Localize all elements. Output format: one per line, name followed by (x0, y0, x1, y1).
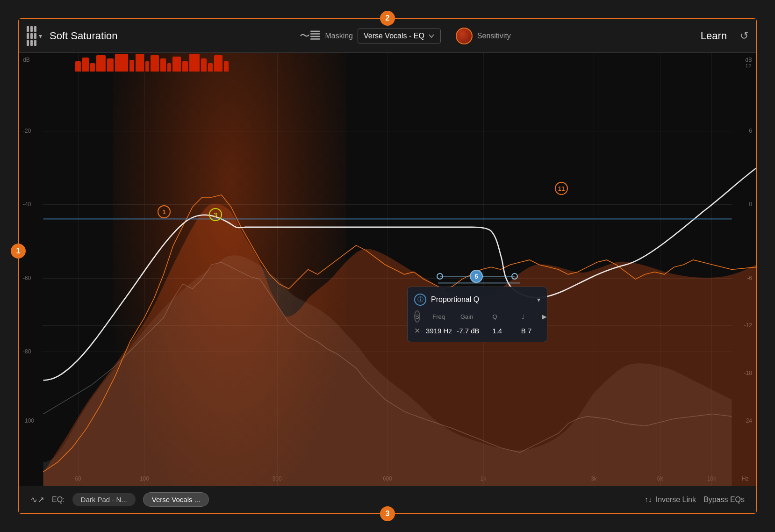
masking-waveform-icon: 〜𝌆 (300, 29, 320, 43)
band-1-label: 1 (162, 208, 165, 216)
eq-waveform-icon: ∿↗ (30, 495, 44, 505)
masking-source-dropdown[interactable]: Verse Vocals - EQ (358, 29, 441, 43)
popup-solo-icon[interactable]: S (414, 310, 420, 323)
popup-play-button[interactable]: ▶ (542, 313, 547, 320)
band-11-label: 11 (558, 185, 565, 192)
learn-button[interactable]: Learn (701, 30, 727, 42)
popup-freq-value[interactable]: 3919 Hz (425, 327, 453, 335)
band-5-label: 5 (474, 273, 478, 280)
chevron-down-icon (428, 33, 435, 39)
grid-menu-button[interactable]: ▾ (27, 26, 42, 46)
sensitivity-section: Sensitivity (456, 28, 511, 44)
band-node-3[interactable]: 3 (209, 208, 222, 221)
masking-section: 〜𝌆 Masking Verse Vocals - EQ (300, 29, 440, 43)
band-node-11[interactable]: 11 (555, 182, 568, 195)
badge-3: 3 (380, 506, 395, 521)
eq-label: EQ: (52, 496, 65, 504)
sensitivity-knob[interactable] (456, 28, 473, 44)
preset-title: Soft Saturation (50, 30, 118, 42)
popup-q-header: Q (481, 313, 509, 320)
masking-source-value: Verse Vocals - EQ (364, 32, 424, 40)
band-5-q-right-handle[interactable] (511, 273, 518, 280)
eq-area: dB dB 12 (19, 53, 756, 486)
eq-svg (19, 53, 756, 486)
inverse-link-label: Inverse Link (656, 496, 696, 504)
band-node-5[interactable]: 5 (470, 270, 483, 283)
popup-mode-label: Proportional Q (431, 295, 532, 304)
popup-mode-dropdown[interactable]: ▾ (537, 296, 540, 303)
masking-label: Masking (325, 32, 353, 40)
app-container: 1 2 3 ▾ Soft Saturation 〜𝌆 Masking Verse… (18, 18, 757, 514)
popup-q-value[interactable]: 1.4 (483, 327, 511, 335)
popup-freq-header: Freq (425, 313, 453, 320)
popup-note-value: B 7 (512, 327, 540, 335)
band-popup: ⓘ Proportional Q ▾ S Freq Gain Q ♩ ▶ ✕ 3… (407, 287, 547, 342)
badge-2: 2 (380, 11, 395, 26)
popup-gain-header: Gain (453, 313, 481, 320)
popup-note-header: ♩ (509, 313, 537, 320)
inverse-link-button[interactable]: ↑↓ Inverse Link (645, 496, 696, 504)
badge-1: 1 (11, 244, 26, 259)
popup-power-icon[interactable]: ⓘ (414, 294, 426, 306)
band-node-1[interactable]: 1 (158, 205, 171, 218)
band-3-label: 3 (214, 211, 217, 218)
inverse-link-icon: ↑↓ (645, 496, 652, 504)
sensitivity-label: Sensitivity (477, 32, 511, 40)
eq-preset-2-button[interactable]: Verse Vocals ... (143, 492, 209, 507)
popup-gain-value[interactable]: -7.7 dB (454, 327, 482, 335)
popup-close-icon[interactable]: ✕ (414, 326, 420, 335)
bypass-eqs-button[interactable]: Bypass EQs (703, 496, 745, 504)
eq-preset-1-button[interactable]: Dark Pad - N... (72, 493, 136, 506)
headphone-icon[interactable]: ↺ (740, 30, 748, 42)
band-5-q-left-handle[interactable] (437, 273, 443, 280)
